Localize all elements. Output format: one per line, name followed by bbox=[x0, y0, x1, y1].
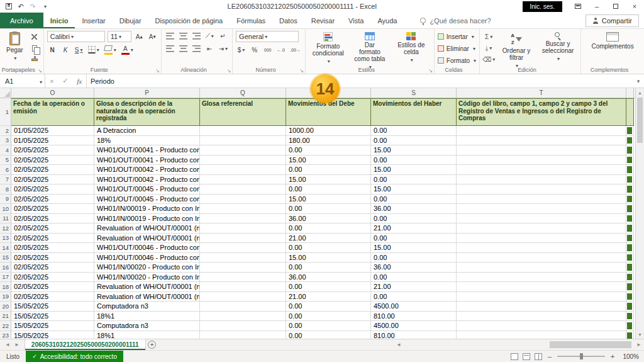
horizontal-scroll-thumb[interactable] bbox=[550, 341, 631, 348]
expand-formula-bar-button[interactable]: ▾ bbox=[633, 74, 644, 88]
row-header-11[interactable]: 11 bbox=[0, 214, 11, 224]
row-header-7[interactable]: 7 bbox=[0, 175, 11, 185]
zoom-out-button[interactable]: – bbox=[547, 353, 553, 360]
scroll-down-arrow[interactable]: ▼ bbox=[636, 330, 644, 339]
insert-function-icon[interactable]: fx bbox=[77, 77, 82, 85]
cell[interactable] bbox=[200, 282, 286, 292]
scroll-right-arrow[interactable]: ► bbox=[634, 342, 644, 348]
cell[interactable]: 02/05/2025 bbox=[11, 243, 94, 253]
orientation-button[interactable]: ⟋ bbox=[204, 31, 215, 41]
minimize-button[interactable]: – bbox=[587, 0, 606, 13]
cell[interactable] bbox=[457, 126, 626, 136]
ribbon-display-options-button[interactable] bbox=[569, 0, 587, 13]
cell[interactable]: 0.00 bbox=[371, 156, 457, 166]
cell-green-flag[interactable] bbox=[626, 282, 634, 292]
cell[interactable]: 36.00 bbox=[286, 214, 371, 224]
cell-green-flag[interactable] bbox=[626, 234, 634, 244]
cell[interactable]: 01/05/2025 bbox=[11, 136, 94, 146]
cell[interactable] bbox=[200, 234, 286, 244]
paste-button[interactable]: Pegar bbox=[3, 31, 26, 63]
cell[interactable]: Revaluation of WH/OUT/00001 (negative in… bbox=[94, 292, 200, 302]
cell-green-flag[interactable] bbox=[626, 223, 634, 234]
tab-disposici-n-de-p-gina[interactable]: Disposición de página bbox=[148, 13, 230, 28]
cell[interactable]: 21.00 bbox=[286, 234, 371, 244]
sign-in-button[interactable]: Inic. ses. bbox=[523, 1, 562, 12]
header-cell[interactable]: Código del libro, campo 1, campo 2 y cam… bbox=[457, 98, 626, 126]
cell[interactable]: 02/05/2025 bbox=[11, 273, 94, 283]
row-header-1[interactable]: 1 bbox=[0, 98, 11, 126]
cell[interactable]: 0.00 bbox=[371, 195, 457, 205]
cell[interactable] bbox=[200, 263, 286, 273]
cell-green-flag[interactable] bbox=[626, 292, 634, 302]
cell[interactable] bbox=[200, 156, 286, 166]
column-header-P[interactable]: P bbox=[94, 88, 200, 98]
cell[interactable]: 02/05/2025 bbox=[11, 253, 94, 263]
fill-color-button[interactable] bbox=[103, 45, 118, 55]
delete-cells-button[interactable]: Eliminar bbox=[438, 43, 476, 54]
cell[interactable] bbox=[457, 165, 626, 175]
cell[interactable] bbox=[457, 214, 626, 224]
sheet-nav-arrows[interactable]: ◄► bbox=[0, 339, 25, 350]
cell[interactable]: WH01/IN/00019 - Producto con Inventario bbox=[94, 214, 200, 224]
cell[interactable]: 810.00 bbox=[371, 331, 457, 339]
decrease-indent-button[interactable]: ⇤ bbox=[204, 43, 215, 54]
tab-insertar[interactable]: Insertar bbox=[75, 13, 112, 28]
format-cells-button[interactable]: Formato bbox=[438, 55, 476, 66]
cell[interactable]: 02/05/2025 bbox=[11, 234, 94, 244]
tell-me-search[interactable]: ¿Qué desea hacer? bbox=[420, 13, 491, 28]
alignment-dialog-launcher[interactable]: ↘ bbox=[226, 68, 231, 74]
cell-green-flag[interactable] bbox=[626, 321, 634, 331]
header-cell[interactable]: Glosa o descripción de la naturaleza de … bbox=[94, 98, 200, 126]
header-cell[interactable]: Movimientos del Haber bbox=[371, 98, 457, 126]
redo-button[interactable]: ↷ bbox=[28, 1, 38, 11]
cell[interactable]: 180.00 bbox=[286, 136, 371, 146]
row-header-10[interactable]: 10 bbox=[0, 204, 11, 214]
borders-button[interactable] bbox=[87, 45, 101, 55]
close-button[interactable]: × bbox=[625, 0, 644, 13]
cell[interactable]: WH01/OUT/00046 - Producto con Inventario bbox=[94, 243, 200, 253]
cell[interactable]: 1000.00 bbox=[286, 126, 371, 136]
cell[interactable]: WH01/OUT/00046 - Producto con Inventario bbox=[94, 253, 200, 263]
cell[interactable]: 36.00 bbox=[371, 263, 457, 273]
normal-view-button[interactable] bbox=[511, 353, 518, 360]
row-header-21[interactable]: 21 bbox=[0, 312, 11, 322]
clear-button[interactable]: ⌫ bbox=[483, 55, 494, 64]
number-format-combo[interactable]: General bbox=[236, 31, 299, 42]
cell[interactable]: 0.00 bbox=[286, 184, 371, 195]
cell[interactable] bbox=[200, 214, 286, 224]
scroll-left-arrow[interactable]: ◄ bbox=[394, 342, 404, 348]
cell[interactable] bbox=[457, 312, 626, 322]
cell[interactable]: 0.00 bbox=[286, 204, 371, 214]
sheet-nav-left-icon[interactable]: ◄ bbox=[5, 342, 10, 348]
align-middle-button[interactable] bbox=[178, 31, 189, 41]
row-header-3[interactable]: 3 bbox=[0, 136, 11, 146]
cell[interactable] bbox=[457, 292, 626, 302]
maximize-button[interactable] bbox=[606, 0, 625, 13]
cell[interactable] bbox=[457, 184, 626, 195]
cell-green-flag[interactable] bbox=[626, 145, 634, 156]
cell[interactable]: 15.00 bbox=[286, 156, 371, 166]
italic-button[interactable]: K bbox=[60, 45, 71, 55]
font-size-combo[interactable]: 11 bbox=[108, 31, 131, 42]
cell-green-flag[interactable] bbox=[626, 273, 634, 283]
cell[interactable]: 0.00 bbox=[371, 292, 457, 302]
row-header-9[interactable]: 9 bbox=[0, 195, 11, 205]
cell[interactable]: 36.00 bbox=[286, 273, 371, 283]
increase-decimal-button[interactable]: ←.0 bbox=[275, 45, 286, 55]
cell[interactable]: 02/05/2025 bbox=[11, 214, 94, 224]
cell[interactable]: 18%1 bbox=[94, 331, 200, 339]
cell[interactable]: WH01/OUT/00042 - Producto con Inventario bbox=[94, 165, 200, 175]
row-header-16[interactable]: 16 bbox=[0, 263, 11, 273]
cell[interactable]: 0.00 bbox=[286, 312, 371, 322]
header-cell[interactable]: Glosa referencial bbox=[200, 98, 286, 126]
row-header-18[interactable]: 18 bbox=[0, 282, 11, 292]
cut-button[interactable] bbox=[29, 32, 40, 42]
new-sheet-button[interactable]: + bbox=[146, 339, 158, 350]
align-top-button[interactable] bbox=[165, 31, 175, 41]
cell[interactable]: 0.00 bbox=[371, 126, 457, 136]
zoom-in-button[interactable]: + bbox=[609, 353, 616, 360]
cell[interactable]: 15.00 bbox=[286, 195, 371, 205]
cell[interactable] bbox=[457, 204, 626, 214]
cell-green-flag[interactable] bbox=[626, 156, 634, 166]
cell[interactable] bbox=[200, 165, 286, 175]
